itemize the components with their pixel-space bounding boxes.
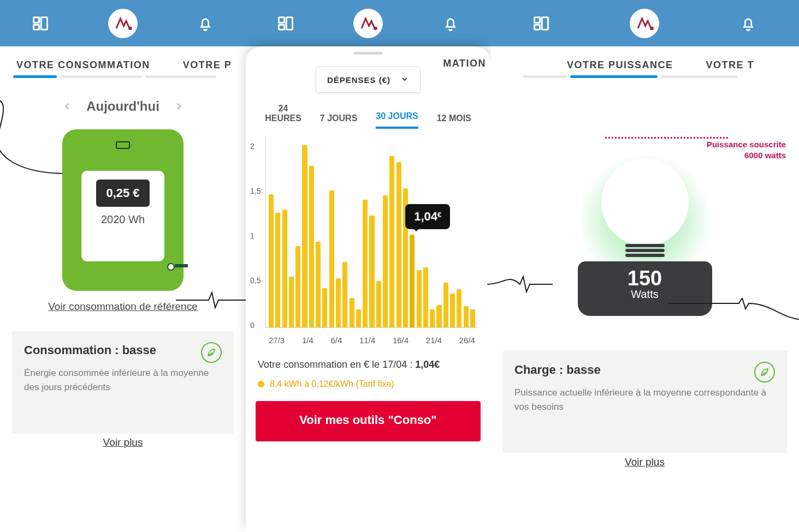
chevron-down-icon <box>400 75 409 85</box>
chart-bar[interactable] <box>350 298 354 327</box>
meter-slot-icon <box>116 141 130 149</box>
date-navigator: Aujourd'hui <box>0 99 246 114</box>
top-nav <box>490 0 799 46</box>
chart-bar[interactable] <box>464 306 469 327</box>
chart-bar[interactable] <box>342 262 347 327</box>
chart-bar[interactable] <box>430 309 435 327</box>
chart-xlabel: 11/4 <box>359 336 375 345</box>
leaf-icon <box>201 342 222 363</box>
chart-bar[interactable] <box>457 289 461 327</box>
power-unit: Watts <box>578 288 712 301</box>
power-value: 150 <box>578 267 712 290</box>
chart-xlabel: 21/4 <box>426 336 442 345</box>
chart-xlabels: 27/31/46/411/416/421/426/4 <box>269 336 475 345</box>
bell-icon[interactable] <box>193 11 218 36</box>
svg-point-7 <box>375 27 377 29</box>
chart-bar[interactable] <box>417 270 422 327</box>
chart-ytick: 0 <box>250 321 255 330</box>
bulb-base: 150 Watts <box>578 261 712 316</box>
tools-button[interactable]: Voir mes outils "Conso" <box>256 401 481 441</box>
app-logo[interactable] <box>630 9 659 38</box>
chart-bar[interactable] <box>389 156 394 328</box>
chart-bar[interactable] <box>302 145 307 327</box>
power-card: Charge : basse Puissance actuelle inféri… <box>502 351 787 453</box>
subscribed-line <box>605 137 728 139</box>
consumption-card: Consommation : basse Énergie consommée i… <box>12 331 234 433</box>
screen-consumption: VOTRE CONSOMMATION VOTRE P Aujourd'hui 0… <box>0 0 246 532</box>
dropdown-label: DÉPENSES (€) <box>327 75 390 85</box>
chart-bar[interactable] <box>295 246 300 327</box>
reference-link[interactable]: Voir consommation de référence <box>0 301 246 313</box>
chart-bar[interactable] <box>450 294 455 327</box>
chart-bar[interactable] <box>363 200 368 327</box>
subscribed-label: Puissance souscrite 6000 watts <box>707 139 786 162</box>
tab-tariff-partial[interactable]: VOTRE T <box>706 59 755 73</box>
card-title: Consommation : basse <box>24 343 222 357</box>
chart-bar[interactable] <box>275 213 280 327</box>
dashboard-icon[interactable] <box>28 11 53 36</box>
chart-bar[interactable] <box>269 194 274 327</box>
svg-rect-2 <box>41 17 47 29</box>
chevron-left-icon[interactable] <box>61 100 73 112</box>
chart-bar[interactable] <box>443 283 448 327</box>
top-tabs: VOTRE CONSOMMATION VOTRE P <box>0 46 246 86</box>
chart-xlabel: 16/4 <box>393 336 409 345</box>
chart-bar[interactable] <box>336 278 341 327</box>
chart-caption: Votre consommation en € le 17/04 : 1,04€ <box>258 359 478 370</box>
chart-bar[interactable] <box>410 235 415 327</box>
tarif-info: 8,4 kWh à 0,12€/kWh (Tarif fixe) <box>258 379 478 389</box>
range-tab-24h[interactable]: 24 HEURES <box>265 104 301 129</box>
svg-rect-9 <box>534 25 540 29</box>
chart-bar[interactable] <box>289 277 294 327</box>
svg-point-11 <box>651 27 653 29</box>
chart-xlabel: 26/4 <box>459 336 475 345</box>
card-title: Charge : basse <box>514 363 775 377</box>
bell-icon[interactable] <box>438 11 463 36</box>
metric-dropdown[interactable]: DÉPENSES (€) <box>316 67 421 93</box>
chart-bar[interactable] <box>329 190 334 327</box>
tab-power-partial[interactable]: VOTRE P <box>183 59 232 73</box>
chart-bar[interactable] <box>436 305 441 327</box>
app-logo[interactable] <box>353 9 383 38</box>
chevron-right-icon[interactable] <box>173 100 185 112</box>
chart-bar[interactable] <box>396 162 401 327</box>
meter-screen: 0,25 € 2020 Wh <box>81 171 164 261</box>
range-tab-12m[interactable]: 12 MOIS <box>437 113 471 129</box>
chart-xlabel: 1/4 <box>302 336 313 345</box>
chart-ytick: 2 <box>250 142 255 151</box>
dashboard-icon[interactable] <box>273 11 298 36</box>
chart-bar[interactable] <box>423 267 428 327</box>
range-tab-30d[interactable]: 30 JOURS <box>376 111 418 129</box>
see-more-link[interactable]: Voir plus <box>103 437 143 448</box>
tab-consumption[interactable]: VOTRE CONSOMMATION <box>16 59 150 73</box>
chart-bar[interactable] <box>376 281 381 327</box>
chart-bar[interactable] <box>369 216 374 327</box>
dashboard-icon[interactable] <box>529 11 554 36</box>
see-more-link[interactable]: Voir plus <box>625 456 665 468</box>
bottom-sheet: DÉPENSES (€) 24 HEURES 7 JOURS 30 JOURS … <box>246 46 490 532</box>
top-tabs: VOTRE PUISSANCE VOTRE T <box>490 46 799 86</box>
chart-bars <box>269 140 475 327</box>
chart-bar[interactable] <box>316 242 321 327</box>
bulb-thread <box>625 242 665 259</box>
sheet-handle[interactable] <box>354 52 382 55</box>
tab-power[interactable]: VOTRE PUISSANCE <box>567 59 673 73</box>
chart-bar[interactable] <box>470 309 475 327</box>
chart-bar[interactable] <box>383 195 388 327</box>
bell-icon[interactable] <box>736 11 761 36</box>
chart-bar[interactable] <box>282 210 287 327</box>
expense-chart[interactable]: 00,511,52 1,04€ 27/31/46/411/416/421/426… <box>248 136 481 355</box>
chart-xlabel: 6/4 <box>330 336 342 345</box>
range-tab-7d[interactable]: 7 JOURS <box>320 113 357 129</box>
chart-bar[interactable] <box>322 288 327 327</box>
chart-bar[interactable] <box>356 309 361 327</box>
chart-bar[interactable] <box>309 166 314 328</box>
app-logo[interactable] <box>108 9 138 38</box>
svg-rect-4 <box>279 17 285 22</box>
chart-ytick: 1,5 <box>250 187 261 195</box>
meter-price: 0,25 € <box>96 180 149 207</box>
chart-xlabel: 27/3 <box>269 336 285 345</box>
meter-device[interactable]: 0,25 € 2020 Wh <box>62 129 184 291</box>
tarif-dot-icon <box>258 381 264 387</box>
plug-icon <box>162 262 188 269</box>
